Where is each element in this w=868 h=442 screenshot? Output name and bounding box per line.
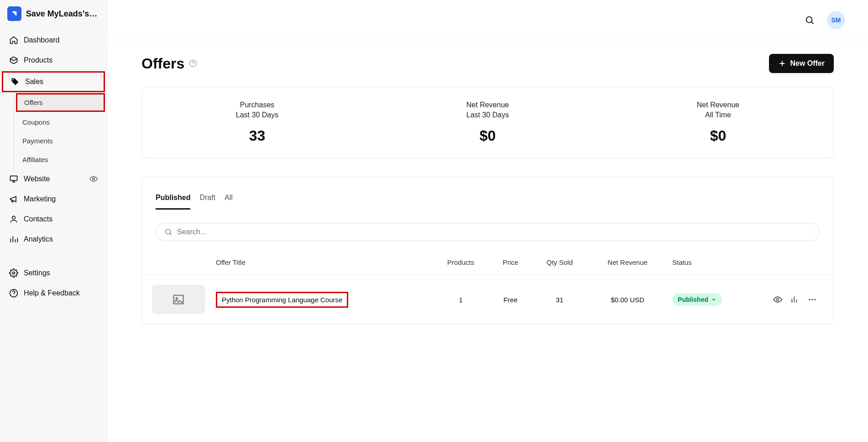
subnav-label: Affiliates: [22, 156, 48, 163]
col-qty[interactable]: Qty Sold: [531, 250, 588, 275]
bars-icon: [9, 235, 18, 244]
sidebar-item-website[interactable]: Website: [0, 169, 107, 189]
tab-label: All: [225, 194, 233, 201]
search-input[interactable]: [177, 228, 811, 236]
stat-net-revenue-30: Net Revenue Last 30 Days $0: [372, 101, 603, 144]
sidebar-item-sales[interactable]: Sales: [2, 71, 105, 92]
cell-net: $0.00 USD: [588, 275, 667, 325]
subnav-label: Payments: [22, 137, 53, 145]
offer-thumbnail: [152, 285, 205, 314]
home-icon: [9, 36, 18, 45]
svg-point-12: [809, 299, 810, 300]
topbar: SM: [107, 0, 868, 40]
sidebar-item-products[interactable]: Products: [0, 50, 107, 70]
svg-rect-1: [10, 176, 17, 180]
sidebar-item-label: Products: [24, 56, 98, 64]
stat-value: $0: [372, 127, 603, 144]
sidebar-item-label: Settings: [24, 269, 98, 277]
new-offer-button[interactable]: New Offer: [769, 54, 834, 73]
sidebar-item-contacts[interactable]: Contacts: [0, 209, 107, 229]
sidebar-item-label: Contacts: [24, 215, 98, 223]
content: Offers New Offer Purchases Last 30 Days …: [107, 40, 868, 343]
stats-icon[interactable]: [790, 295, 800, 304]
avatar[interactable]: SM: [827, 11, 845, 29]
sidebar-item-help[interactable]: Help & Feedback: [0, 283, 107, 303]
sidebar-item-label: Sales: [25, 78, 96, 86]
subnav-item-payments[interactable]: Payments: [14, 132, 107, 150]
tab-all[interactable]: All: [225, 191, 233, 210]
sidebar-item-marketing[interactable]: Marketing: [0, 189, 107, 209]
col-net-revenue[interactable]: Net Revenue: [588, 250, 667, 275]
preview-icon[interactable]: [773, 295, 782, 304]
sidebar-item-label: Analytics: [24, 235, 98, 243]
stat-sub: Last 30 Days: [142, 111, 372, 119]
svg-point-10: [176, 298, 178, 300]
tab-label: Draft: [199, 194, 215, 201]
avatar-initials: SM: [831, 16, 841, 24]
box-icon: [9, 56, 18, 65]
svg-point-14: [814, 299, 816, 300]
subnav-item-offers[interactable]: Offers: [16, 93, 105, 112]
status-pill[interactable]: Published: [672, 293, 722, 306]
megaphone-icon: [9, 195, 18, 204]
svg-point-11: [777, 299, 779, 301]
main: SM Offers New Offer Purchases Last 30 Da…: [107, 0, 868, 442]
row-actions: [766, 295, 828, 304]
stat-purchases: Purchases Last 30 Days 33: [142, 101, 372, 144]
col-price[interactable]: Price: [490, 250, 531, 275]
cell-products: 1: [432, 275, 490, 325]
stat-net-revenue-all: Net Revenue All Time $0: [603, 101, 833, 144]
status-label: Published: [678, 296, 708, 303]
svg-point-3: [12, 216, 16, 219]
help-icon: [9, 289, 18, 298]
col-status[interactable]: Status: [667, 250, 760, 275]
svg-point-4: [13, 272, 15, 274]
sidebar-item-label: Help & Feedback: [24, 289, 98, 297]
stat-title: Net Revenue: [372, 101, 603, 109]
chevron-down-icon: [711, 297, 716, 302]
tab-label: Published: [156, 194, 190, 201]
search-bar[interactable]: [156, 223, 820, 241]
stat-sub: All Time: [603, 111, 833, 119]
offers-table: Offer Title Products Price Qty Sold Net …: [142, 250, 833, 324]
page-title: Offers: [141, 55, 184, 72]
subnav-label: Coupons: [22, 118, 50, 126]
col-products[interactable]: Products: [432, 250, 490, 275]
sidebar: Save MyLeads's F... Dashboard Products S…: [0, 0, 107, 442]
page-head: Offers New Offer: [141, 54, 834, 73]
tab-published[interactable]: Published: [156, 191, 190, 210]
eye-icon[interactable]: [89, 175, 98, 183]
offer-title[interactable]: Python Programming Language Course: [216, 292, 348, 308]
monitor-icon: [9, 174, 18, 184]
new-offer-label: New Offer: [790, 59, 825, 68]
subnav-item-coupons[interactable]: Coupons: [14, 113, 107, 132]
tab-draft[interactable]: Draft: [199, 191, 215, 210]
search-icon: [164, 228, 173, 236]
tabs: Published Draft All: [142, 191, 833, 210]
more-icon[interactable]: [808, 295, 817, 304]
svg-point-0: [13, 79, 14, 81]
offers-card: Published Draft All Offer Title Products: [141, 177, 834, 325]
sidebar-item-settings[interactable]: Settings: [0, 263, 107, 283]
plus-icon: [778, 59, 786, 68]
sidebar-item-label: Marketing: [24, 195, 98, 203]
stat-title: Purchases: [142, 101, 372, 109]
tag-icon: [10, 77, 20, 86]
global-search-button[interactable]: [803, 14, 816, 26]
question-icon[interactable]: [189, 59, 197, 68]
col-offer-title[interactable]: Offer Title: [210, 250, 432, 275]
sidebar-item-analytics[interactable]: Analytics: [0, 229, 107, 249]
brand[interactable]: Save MyLeads's F...: [0, 6, 107, 30]
svg-point-8: [166, 229, 171, 234]
brand-title: Save MyLeads's F...: [26, 9, 99, 19]
subnav-label: Offers: [24, 99, 43, 106]
stat-value: 33: [142, 127, 372, 144]
stat-title: Net Revenue: [603, 101, 833, 109]
stat-sub: Last 30 Days: [372, 111, 603, 119]
gear-icon: [9, 268, 18, 278]
sidebar-item-dashboard[interactable]: Dashboard: [0, 30, 107, 50]
stat-value: $0: [603, 127, 833, 144]
cell-qty: 31: [531, 275, 588, 325]
subnav-item-affiliates[interactable]: Affiliates: [14, 150, 107, 169]
table-row[interactable]: Python Programming Language Course 1 Fre…: [142, 275, 833, 325]
